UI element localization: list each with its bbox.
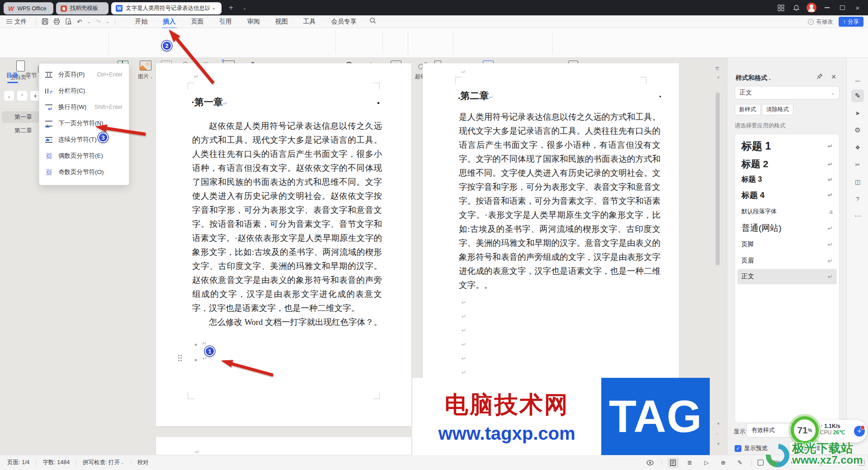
user-avatar[interactable]	[807, 3, 816, 13]
zoom-in-button[interactable]: +	[849, 459, 853, 467]
collapse-outline-button[interactable]: ⌄	[4, 90, 14, 101]
new-style-button[interactable]: 新样式	[735, 104, 761, 115]
close-panel-icon[interactable]: ✕	[831, 73, 836, 80]
menu-item-even-page-section-break[interactable]: ⌊2⌋⌈4⌉ 偶数页分节符(E)	[39, 148, 129, 164]
cut-tool-icon[interactable]: ✂	[851, 158, 864, 171]
hamburger-icon	[6, 19, 12, 24]
menu-item-next-page-section-break[interactable]: 下一页分节符(N)	[39, 115, 129, 132]
spellcheck-status[interactable]: 拼写检查: 打开	[83, 459, 124, 466]
zoom-slider-thumb[interactable]	[818, 460, 823, 465]
print-button[interactable]	[53, 18, 60, 25]
share-button[interactable]: ↑ 分享	[839, 17, 863, 27]
scroll-to-top-icon[interactable]: ⇈	[715, 66, 719, 72]
tab-wps-home[interactable]: W WPS Office	[4, 2, 53, 14]
document-page-2[interactable]: ↵ .第二章↵ 是人类用符号记录表达信息以传之久远的方式和工具。现代文字大多是记…	[423, 63, 679, 426]
fit-page-icon[interactable]	[758, 460, 764, 465]
current-style-select[interactable]: 正文 ⌄	[735, 86, 840, 99]
docer-assets-icon[interactable]: ❖	[851, 141, 864, 154]
smart-layout-button[interactable]: 智能排版	[789, 442, 843, 455]
close-button[interactable]: ×	[853, 3, 863, 13]
style-item-body-selected[interactable]: 正文↵	[737, 269, 837, 284]
fullscreen-icon[interactable]	[859, 460, 864, 465]
workspace-grid-icon[interactable]	[776, 3, 786, 13]
sidebar-tab-toc[interactable]: 目录	[6, 71, 18, 80]
tab-home[interactable]: 开始	[134, 16, 149, 28]
style-item-heading4[interactable]: 标题 4↵	[735, 187, 839, 203]
menu-item-continuous-section-break[interactable]: 连续分节符(T)	[39, 132, 129, 148]
slideshow-view-icon[interactable]: ▷	[701, 458, 712, 468]
next-page-button[interactable]: ▼	[717, 442, 720, 446]
read-mode-icon[interactable]	[645, 458, 656, 468]
outline-item-chapter1[interactable]: 第一章	[2, 111, 40, 123]
new-tab-button[interactable]: +	[225, 2, 237, 14]
reader-view-icon[interactable]: ◫	[851, 175, 864, 188]
tab-reference[interactable]: 引用	[218, 16, 233, 28]
tab-view[interactable]: 视图	[274, 16, 289, 28]
expand-outline-button[interactable]: ⌃	[17, 90, 28, 101]
style-item-heading2[interactable]: 标题 2↵	[735, 156, 839, 172]
show-preview-checkbox[interactable]: ✓ 显示预览	[735, 444, 768, 452]
menu-item-page-break[interactable]: 分页符(P) Ctrl+Enter	[39, 66, 129, 83]
vertical-scrollbar-thumb[interactable]	[716, 93, 720, 265]
undo-dropdown-caret[interactable]: ⌄	[87, 19, 91, 24]
tab-member[interactable]: 会员专享	[330, 16, 358, 28]
print-preview-button[interactable]	[65, 18, 72, 25]
clear-format-button[interactable]: 清除格式	[762, 104, 793, 115]
edit-pen-icon[interactable]: ✎	[851, 89, 864, 102]
style-item-default-font[interactable]: 默认段落字体a	[735, 203, 839, 220]
insert-picture-button[interactable]: 图片	[134, 61, 157, 80]
menu-item-odd-page-section-break[interactable]: ⌊1⌋⌈3⌉ 奇数页分节符(O)	[39, 164, 129, 180]
minimize-button[interactable]	[822, 3, 832, 13]
sidebar-tab-chapter[interactable]: 章节	[25, 71, 37, 80]
adjust-settings-icon[interactable]: ⚙	[851, 124, 864, 136]
more-tools-icon[interactable]: ⋯	[851, 210, 864, 222]
save-button[interactable]	[42, 18, 48, 25]
outline-view-icon[interactable]: ≣	[684, 458, 695, 468]
document-page-3-partial[interactable]: ↵	[156, 437, 411, 455]
print-layout-view-icon[interactable]	[668, 458, 679, 468]
paragraph-drag-handle-icon[interactable]	[178, 354, 182, 362]
zoom-out-button[interactable]: −	[791, 459, 795, 467]
page-count-status[interactable]: 页面: 1/4	[7, 459, 29, 466]
proofread-button[interactable]: 校对	[137, 459, 149, 466]
style-item-footer[interactable]: 页脚↵	[735, 236, 839, 253]
chapter1-paragraph: 赵依依是人类用符号记录表达信息以传之久远的方式和工具。现代文字大多是记录语言的工…	[192, 119, 382, 315]
menu-item-line-break[interactable]: 换行符(W) Shift+Enter	[39, 99, 129, 115]
pin-panel-icon[interactable]	[816, 73, 823, 81]
ink-annotate-icon[interactable]: ✎	[735, 458, 745, 468]
monitor-expand-button[interactable]: +	[854, 426, 865, 437]
tab-current-document[interactable]: W 文字是人类用符号记录表达信息以 ●	[111, 2, 222, 14]
style-item-header[interactable]: 页眉↵	[735, 253, 839, 269]
maximize-button[interactable]	[837, 3, 847, 13]
tab-list-button[interactable]: ⌄	[239, 2, 250, 14]
modified-status[interactable]: ✓ 有修改	[808, 18, 833, 26]
web-view-icon[interactable]: ⊕	[718, 458, 729, 468]
notification-bell-icon[interactable]	[791, 3, 801, 13]
tab-docer-templates[interactable]: 找稻壳模板	[56, 2, 108, 14]
word-count-status[interactable]: 字数: 1484	[42, 459, 70, 466]
tab-insert[interactable]: 插入	[162, 16, 177, 28]
menu-item-column-break[interactable]: 分栏符(C)	[39, 83, 129, 99]
qat-customize-caret[interactable]: ⌄	[106, 19, 109, 24]
scroll-up-arrow-icon[interactable]: ▲	[717, 75, 720, 79]
style-item-heading3[interactable]: 标题 3↵	[735, 172, 839, 187]
previous-page-button[interactable]: ▲	[717, 421, 720, 425]
page-select-button[interactable]: ▫	[717, 432, 718, 436]
paragraph-mark: ↵	[462, 355, 466, 362]
style-item-heading1[interactable]: 标题 1↵	[735, 136, 839, 156]
tab-review[interactable]: 审阅	[246, 16, 261, 28]
document-page-1[interactable]: ↵ ·第一章↵ 赵依依是人类用符号记录表达信息以传之久远的方式和工具。现代文字大…	[156, 63, 411, 426]
search-icon[interactable]	[369, 17, 376, 26]
undo-button[interactable]: ↶	[77, 18, 82, 25]
style-item-normal-web[interactable]: 普通(网站)↵	[735, 220, 839, 236]
collapse-toolbar-icon[interactable]: ─	[851, 74, 864, 87]
zoom-slider[interactable]	[801, 462, 843, 463]
outline-item-chapter2[interactable]: 第二章	[2, 125, 40, 136]
memory-usage-ring[interactable]: 71%	[791, 416, 819, 444]
tab-tools[interactable]: 工具	[302, 16, 317, 28]
file-menu[interactable]: 文件	[0, 18, 33, 26]
help-icon[interactable]: ?	[851, 193, 864, 205]
select-cursor-icon[interactable]: ➤	[851, 107, 864, 119]
tab-page[interactable]: 页面	[190, 16, 205, 28]
redo-button-disabled[interactable]: ↷	[95, 18, 101, 25]
